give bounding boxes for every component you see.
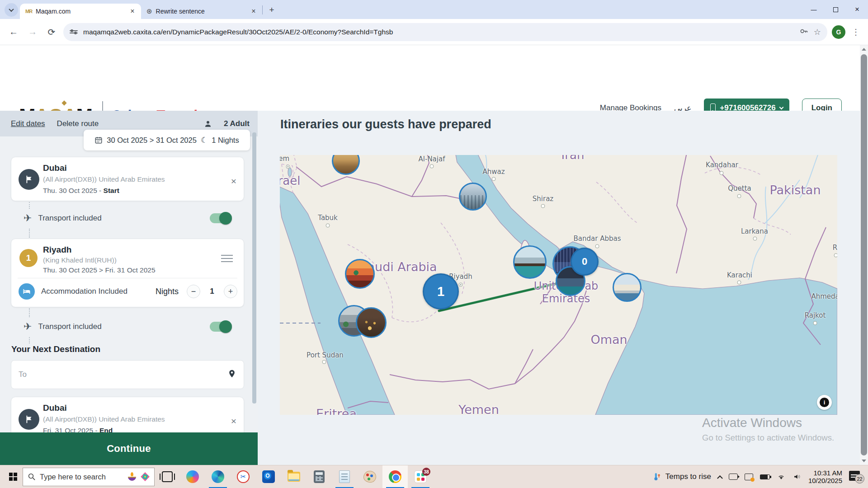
rangoli-icon [141,472,150,481]
location-pin-icon [227,369,236,380]
minimize-button[interactable]: — [803,0,825,19]
map-city-label: Shiraz [533,195,553,203]
browser-tab-maqam[interactable]: MR Maqam.com × [20,4,141,19]
back-icon[interactable]: ← [6,25,21,39]
sync-display-icon[interactable] [745,474,753,480]
map-photo-marker-taif[interactable] [356,307,387,338]
scrollbar-thumb[interactable] [861,54,867,455]
tab-separator [262,5,263,14]
nights-minus-button[interactable]: − [187,285,200,298]
url-text[interactable]: maqamqa2web.caxita.ca/en/DynamicPackageR… [83,28,794,36]
date-range-pill[interactable]: 30 Oct 2025 > 31 Oct 2025 ☾ 1 Nights [84,130,250,150]
map-photo-marker-medina[interactable] [345,259,375,289]
map-city-label: Port Sudan [307,351,344,359]
to-input[interactable] [19,370,227,379]
notification-center[interactable]: 22 [849,471,863,483]
scroll-down-icon[interactable] [860,457,868,465]
map-city-label: Rajkot [805,311,826,319]
reload-icon[interactable]: ⟳ [44,25,59,39]
taskbar-edge-icon[interactable] [205,465,231,488]
continue-button[interactable]: Continue [0,432,258,465]
delete-route-link[interactable]: Delete route [57,119,99,128]
itinerary-sidebar: Edit dates Delete route 2 Adult 30 Oct 2… [0,111,258,465]
map-info-button[interactable]: i [817,395,832,410]
taskbar-clock[interactable]: 10:31 AM 10/20/2025 [808,469,842,484]
taskbar-explorer-icon[interactable] [281,465,307,488]
transport-label: Transport included [38,322,203,331]
drag-handle-icon[interactable] [221,253,233,264]
taskbar-taskview-icon[interactable] [155,465,180,488]
map-count-marker-0[interactable]: 0 [571,248,599,276]
map-photo-marker-kuwait[interactable] [459,183,487,211]
taskbar-outlook-icon[interactable] [256,465,281,488]
stop-city: Riyadh [43,245,226,255]
nights-plus-button[interactable]: + [224,285,237,298]
map-country-label: Iran [561,155,585,162]
start-button[interactable] [4,465,23,488]
restore-button[interactable] [825,0,846,19]
nights-value: 1 [207,287,217,296]
route-connector [29,229,30,238]
system-tray: Temps to rise 10:31 AM 10/20/2025 22 [652,469,868,484]
tab-close-icon[interactable]: × [250,7,258,15]
wifi-icon[interactable] [777,473,786,481]
tray-overflow-chevron-icon[interactable] [717,475,723,481]
meet-now-icon[interactable] [729,474,738,480]
taskbar-slack-icon[interactable]: 38 [408,465,433,488]
new-tab-button[interactable]: + [265,4,278,16]
remove-origin-icon[interactable]: × [231,176,236,186]
route-connector [29,202,30,209]
map-city-label: Karachi [727,271,752,279]
address-bar[interactable]: maqamqa2web.caxita.ca/en/DynamicPackageR… [63,23,827,41]
bookmark-star-icon[interactable]: ☆ [814,27,821,37]
map-city-label: Quetta [728,184,751,192]
site-settings-icon[interactable] [70,30,78,33]
close-button[interactable]: × [846,0,868,19]
map-country-label: Eritrea [316,407,357,415]
battery-icon[interactable] [760,474,770,479]
taskbar-paint-icon[interactable] [357,465,382,488]
remove-destination-icon[interactable]: × [231,416,236,426]
calendar-icon [94,136,103,144]
taskbar-chrome-icon[interactable] [382,465,408,488]
tab-search-chevron-icon[interactable] [5,3,18,17]
forward-icon[interactable]: → [25,25,40,39]
map-count-marker-1[interactable]: 1 [423,273,459,310]
origin-card-dubai[interactable]: Dubai (All Airport(DXB)) United Arab Emi… [11,157,244,201]
window-controls: — × [803,0,868,19]
taskbar-copilot-icon[interactable] [180,465,205,488]
page-scrollbar[interactable] [860,45,868,465]
browser-menu-icon[interactable]: ⋮ [850,27,862,37]
map-city-label: Jerusalem [280,155,289,163]
diya-lamp-icon [127,472,137,481]
route-connector [29,337,30,343]
taskbar-notepad-icon[interactable] [332,465,357,488]
tab-close-icon[interactable]: × [128,7,137,15]
taskbar-search[interactable] [23,468,155,486]
password-key-icon[interactable] [799,27,808,38]
weather-widget[interactable]: Temps to rise [652,472,711,482]
destination-search-field[interactable] [11,360,244,389]
thermometer-icon [652,472,661,482]
transport-toggle-1[interactable] [210,213,231,223]
taskbar-calculator-icon[interactable] [307,465,332,488]
taskbar-search-input[interactable] [40,473,123,481]
sidebar-scrollbar[interactable] [252,132,256,404]
time: 10:31 AM [808,469,842,477]
traveller-count[interactable]: 2 Adult [224,119,250,128]
taskbar-snip-icon[interactable]: ✂ [231,465,256,488]
profile-avatar[interactable]: G [832,25,845,39]
scroll-up-icon[interactable] [860,45,868,53]
map-photo-marker-muscat[interactable] [613,273,642,302]
map-city-label: Ahwaz [482,168,505,176]
weather-text: Temps to rise [665,472,711,481]
transport-toggle-2[interactable] [210,322,231,332]
stop-card-riyadh[interactable]: 1 Riyadh (King Khaled Intl(RUH)) Thu. 30… [11,239,244,307]
browser-tab-rewrite[interactable]: ⊛ Rewrite sentence × [141,4,262,19]
map[interactable]: i IranIsraelSaudi ArabiaUnited Arab Emir… [280,155,837,415]
edit-dates-link[interactable]: Edit dates [11,119,45,128]
volume-icon[interactable] [793,473,802,481]
map-photo-marker-doha[interactable] [513,245,547,279]
map-city-label: Kandahar [706,161,738,169]
origin-city: Dubai [43,163,226,173]
